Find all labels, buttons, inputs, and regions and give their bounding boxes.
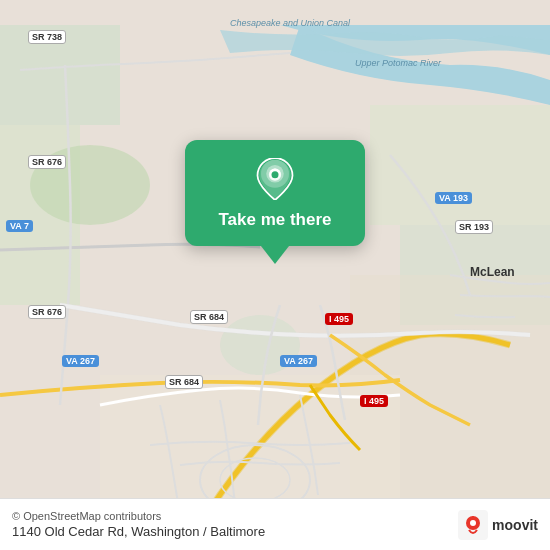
bottom-bar: © OpenStreetMap contributors 1140 Old Ce… — [0, 498, 550, 550]
svg-point-17 — [470, 520, 476, 526]
badge-sr738: SR 738 — [28, 30, 66, 44]
svg-point-14 — [272, 171, 279, 178]
badge-va7: VA 7 — [6, 220, 33, 232]
cta-button-label[interactable]: Take me there — [218, 210, 331, 230]
badge-sr193: SR 193 — [455, 220, 493, 234]
map-container: SR 738 SR 676 VA 7 SR 676 SR 684 VA 267 … — [0, 0, 550, 550]
address-text: 1140 Old Cedar Rd, Washington / Baltimor… — [12, 524, 265, 539]
cta-popup: Take me there — [185, 140, 365, 264]
badge-i495-top: I 495 — [325, 313, 353, 325]
badge-va267-left: VA 267 — [62, 355, 99, 367]
badge-sr676-top: SR 676 — [28, 155, 66, 169]
moovit-logo-icon — [458, 510, 488, 540]
label-potomac: Upper Potomac River — [355, 58, 441, 68]
badge-sr676-mid: SR 676 — [28, 305, 66, 319]
badge-va267-mid: VA 267 — [280, 355, 317, 367]
label-chesapeake: Chesapeake and Union Canal — [230, 18, 350, 28]
map-background — [0, 0, 550, 550]
moovit-logo: moovit — [458, 510, 538, 540]
badge-va193: VA 193 — [435, 192, 472, 204]
badge-i495-bot: I 495 — [360, 395, 388, 407]
moovit-logo-text: moovit — [492, 517, 538, 533]
badge-sr684-mid: SR 684 — [190, 310, 228, 324]
label-mclean: McLean — [470, 265, 515, 279]
badge-sr684-bot: SR 684 — [165, 375, 203, 389]
cta-box[interactable]: Take me there — [185, 140, 365, 246]
osm-credit: © OpenStreetMap contributors — [12, 510, 265, 522]
cta-triangle — [261, 246, 289, 264]
location-pin-icon — [254, 158, 296, 200]
